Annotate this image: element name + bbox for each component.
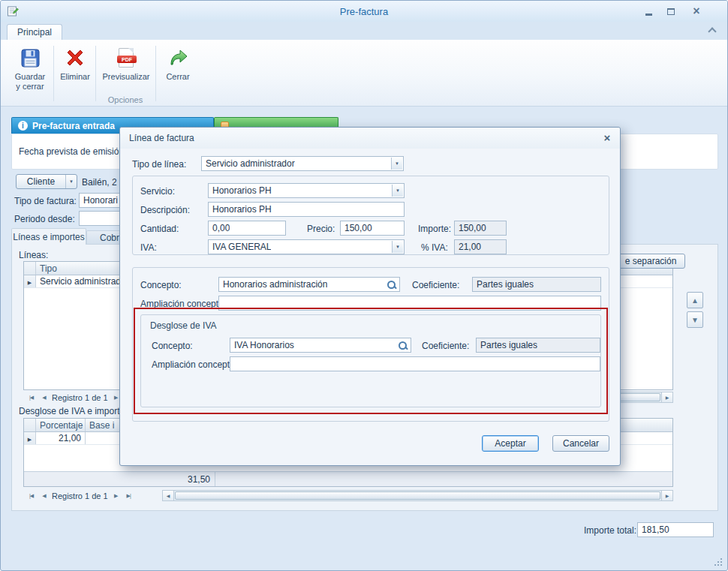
cell-porcentaje[interactable]: 21,00 <box>36 432 86 444</box>
scroll-right-icon[interactable] <box>661 392 672 402</box>
servicio-combo[interactable]: Honorarios PH <box>208 183 405 198</box>
last-record-icon[interactable] <box>124 491 134 500</box>
importe-total-value: 181,50 <box>642 524 669 535</box>
resize-grip[interactable] <box>714 558 723 567</box>
cantidad-field[interactable]: 0,00 <box>208 221 286 236</box>
row-selector-header <box>24 262 36 275</box>
lineas-pager: Registro 1 de 1 <box>26 392 134 403</box>
guardar-cerrar-label: Guardar y cerrar <box>15 72 45 92</box>
scroll-right-icon[interactable] <box>661 491 672 500</box>
coeficiente-label: Coeficiente: <box>412 280 459 290</box>
cancelar-button[interactable]: Cancelar <box>552 435 609 452</box>
desglose-ampliacion-field[interactable] <box>230 356 600 371</box>
prev-record-icon[interactable] <box>39 491 49 500</box>
save-icon <box>20 46 41 70</box>
tipo-linea-value: Servicio administrador <box>206 158 295 169</box>
eliminar-label: Eliminar <box>60 72 90 82</box>
coeficiente-value: Partes iguales <box>477 279 534 290</box>
row-selector <box>24 432 36 444</box>
add-separator-button[interactable]: e separación <box>616 254 685 269</box>
move-down-button[interactable] <box>687 311 703 328</box>
cliente-button-label: Cliente <box>17 176 65 187</box>
column-header-porcentaje[interactable]: Porcentaje <box>36 419 86 431</box>
guardar-cerrar-button[interactable]: Guardar y cerrar <box>10 43 50 94</box>
previsualizar-button[interactable]: PDF Previsualizar <box>98 43 154 94</box>
ribbon: Guardar y cerrar Eliminar PDF Previsuali… <box>1 40 727 107</box>
chevron-down-icon[interactable] <box>392 241 403 253</box>
concepto-field[interactable]: Honorarios administración <box>218 277 400 292</box>
eliminar-button[interactable]: Eliminar <box>56 43 94 94</box>
importe-field: 150,00 <box>454 221 507 236</box>
iva-combo[interactable]: IVA GENERAL <box>208 239 405 254</box>
collapse-ribbon-icon[interactable] <box>708 27 716 35</box>
pdf-badge: PDF <box>117 56 137 63</box>
dialog-titlebar: Línea de factura <box>120 128 620 149</box>
magnifier-icon[interactable] <box>398 341 408 351</box>
tipo-linea-label: Tipo de línea: <box>132 159 186 170</box>
tab-prefactura-entrada-label: Pre-factura entrada <box>32 121 115 131</box>
aceptar-label: Aceptar <box>495 438 525 449</box>
periodo-desde-label: Periodo desde: <box>14 214 75 224</box>
first-record-icon[interactable] <box>26 392 36 402</box>
precio-value: 150,00 <box>344 223 372 233</box>
linea-factura-dialog: Línea de factura Tipo de línea: Servicio… <box>119 127 621 466</box>
total-cuota: 31,50 <box>24 472 215 486</box>
concepto-group: Concepto: Honorarios administración Coef… <box>132 267 609 422</box>
tipo-factura-label: Tipo de factura: <box>14 196 77 206</box>
precio-label: Precio: <box>307 224 335 234</box>
row-marker-icon <box>28 276 32 287</box>
cliente-button[interactable]: Cliente <box>16 174 77 189</box>
close-button[interactable] <box>687 5 706 18</box>
dialog-title: Línea de factura <box>129 133 194 143</box>
move-up-button[interactable] <box>687 292 703 308</box>
desglose-concepto-field[interactable]: IVA Honorarios <box>230 338 411 353</box>
precio-field[interactable]: 150,00 <box>340 221 405 236</box>
pct-iva-value: 21,00 <box>459 242 481 252</box>
info-icon <box>18 121 28 131</box>
tab-principal[interactable]: Principal <box>7 24 62 40</box>
close-icon <box>693 6 699 17</box>
row-marker-icon <box>28 433 32 443</box>
iva-hscrollbar[interactable] <box>162 490 673 501</box>
desglose-iva-group: Desglose de IVA Concepto: IVA Honorarios… <box>140 314 601 407</box>
coeficiente-field: Partes iguales <box>472 277 601 292</box>
maximize-button[interactable] <box>661 5 681 18</box>
chevron-down-icon[interactable] <box>392 185 403 197</box>
lineas-label: Líneas: <box>19 250 48 260</box>
next-record-icon[interactable] <box>111 491 121 500</box>
aceptar-button[interactable]: Aceptar <box>482 435 539 452</box>
fecha-emision-label: Fecha prevista de emisión <box>19 146 124 157</box>
magnifier-icon[interactable] <box>387 280 397 290</box>
opciones-group-label: Opciones <box>97 95 154 104</box>
cerrar-button[interactable]: Cerrar <box>158 43 197 94</box>
importe-total-field[interactable]: 181,50 <box>637 522 714 537</box>
servicio-group: Servicio: Honorarios PH Descripción: Hon… <box>132 176 609 255</box>
cliente-value: Bailén, 2 <box>82 177 117 188</box>
prev-record-icon[interactable] <box>39 392 49 402</box>
minimize-button[interactable] <box>639 5 658 18</box>
descripcion-field[interactable]: Honorarios PH <box>208 202 405 217</box>
desglose-concepto-value: IVA Honorarios <box>234 340 294 350</box>
dialog-close-button[interactable] <box>600 132 614 144</box>
ampliacion-field[interactable] <box>218 296 601 311</box>
concepto-label: Concepto: <box>140 280 182 290</box>
ribbon-tab-row: Principal <box>1 22 727 40</box>
servicio-value: Honorarios PH <box>212 185 272 196</box>
tipo-factura-value: Honorari <box>83 195 118 206</box>
tab-lineas-importes[interactable]: Líneas e importes <box>11 228 86 245</box>
cancelar-label: Cancelar <box>563 438 599 449</box>
iva-pager-text: Registro 1 de 1 <box>52 491 108 500</box>
ampliacion-label: Ampliación concepto: <box>140 299 226 309</box>
importe-label: Importe: <box>418 224 451 234</box>
importe-total-label: Importe total: <box>584 525 636 536</box>
minimize-icon <box>645 14 652 16</box>
arrow-down-icon <box>691 314 699 325</box>
scroll-thumb[interactable] <box>175 491 660 500</box>
chevron-down-icon[interactable] <box>391 158 402 170</box>
tipo-linea-combo[interactable]: Servicio administrador <box>201 156 404 171</box>
chevron-down-icon[interactable] <box>65 175 77 188</box>
first-record-icon[interactable] <box>26 491 36 500</box>
ribbon-separator <box>53 46 54 101</box>
scroll-left-icon[interactable] <box>163 491 174 500</box>
iva-pager: Registro 1 de 1 <box>26 490 134 501</box>
